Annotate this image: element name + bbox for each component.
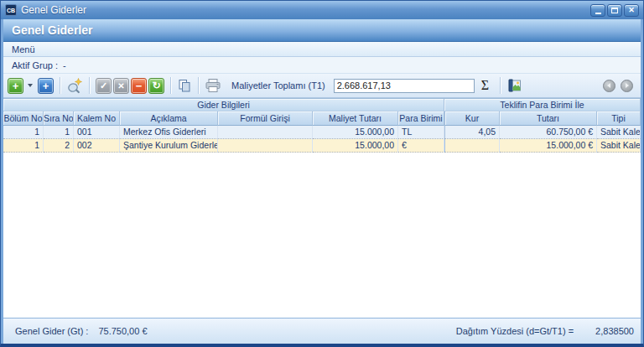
toolbar-separator [60, 77, 60, 94]
minus-icon: − [136, 79, 143, 93]
distribution-percent-value: 2,838500 [595, 326, 634, 336]
nav-buttons [603, 80, 636, 92]
grid-cell[interactable]: 1 [44, 126, 74, 139]
search-icon [66, 77, 83, 94]
grid-cell[interactable]: 1 [3, 126, 44, 139]
column-header-kalem-no[interactable]: Kalem No [74, 111, 120, 126]
plus-icon: + [13, 79, 19, 93]
active-group-row: Aktif Grup : - [3, 57, 641, 74]
column-header-bolum-no[interactable]: Bölüm No [3, 111, 44, 126]
grid-cell[interactable]: 001 [74, 126, 120, 139]
grid-cell[interactable]: 4,05 [444, 126, 500, 139]
confirm-button[interactable]: ✓ [96, 78, 112, 94]
column-header-formul-girisi[interactable]: Formül Girişi [218, 111, 313, 126]
export-icon [506, 78, 522, 93]
band-header-teklifin-para-birimi[interactable]: Teklifin Para Birimi İle [444, 99, 641, 111]
toolbar-separator [500, 77, 501, 94]
check-icon: ✓ [100, 79, 107, 93]
grid-cell[interactable]: 002 [74, 139, 120, 153]
close-button[interactable]: ✕ [624, 4, 639, 17]
window-controls: ✕ [590, 4, 639, 17]
export-button[interactable] [506, 78, 522, 93]
column-header-aciklama[interactable]: Açıklama [120, 111, 218, 126]
app-window: CB Genel Giderler ✕ Genel Giderler Menü … [0, 0, 644, 347]
find-button[interactable] [66, 77, 83, 94]
grid-cell[interactable]: 15.000,00 [313, 126, 398, 139]
window-title: Genel Giderler [21, 4, 86, 16]
menu-bar: Menü [3, 42, 641, 57]
grid-cell[interactable]: Sabit Kalem [597, 139, 641, 153]
grid-cell[interactable]: Sabit Kalem [597, 126, 641, 139]
column-header-sira-no[interactable]: Sıra No [44, 111, 74, 126]
grid-empty-area [3, 153, 641, 318]
active-group-value: - [63, 60, 66, 70]
total-label: Maliyetler Toplamı (T1) [231, 80, 325, 91]
arrow-left-icon [607, 83, 610, 88]
grid-cell[interactable]: 1 [3, 139, 44, 153]
copy-button[interactable] [177, 78, 192, 93]
distribution-percent-label: Dağıtım Yüzdesi (d=Gt/T1) = [456, 326, 574, 336]
grid-cell[interactable]: 15.000,00 € [500, 139, 597, 153]
grid-cell[interactable] [218, 139, 313, 153]
grid-cell[interactable]: 60.750,00 € [500, 126, 597, 139]
refresh-button[interactable]: ↻ [148, 78, 164, 94]
print-button[interactable] [205, 78, 221, 94]
table-row[interactable]: 1 1 001 Merkez Ofis Giderleri 15.000,00 … [3, 126, 641, 139]
sigma-icon: Σ [481, 78, 489, 92]
cancel-button[interactable]: ✕ [113, 78, 129, 94]
add-button[interactable]: + [8, 78, 23, 94]
delete-button[interactable]: − [131, 78, 147, 94]
printer-icon [205, 78, 221, 94]
status-bar: Genel Gider (Gt) : 75.750,00 € Dağıtım Y… [3, 318, 641, 344]
copy-icon [177, 78, 192, 93]
total-expense-label: Genel Gider (Gt) : [15, 326, 88, 336]
nav-forward-button[interactable] [621, 80, 633, 92]
column-header-para-birimi[interactable]: Para Birimi [398, 111, 444, 126]
column-header-maliyet-tutari[interactable]: Maliyet Tutarı [313, 111, 398, 126]
grid-cell[interactable]: TL [398, 126, 444, 139]
toolbar: + + ✓ ✕ − ↻ [3, 74, 641, 98]
arrow-right-icon [626, 83, 629, 88]
grid-cell[interactable]: € [398, 139, 444, 153]
grid-cell[interactable]: 2 [44, 139, 74, 153]
grid-cell[interactable] [444, 139, 500, 153]
maximize-icon [611, 8, 618, 13]
add-dropdown-icon[interactable] [28, 84, 33, 87]
expenses-grid: Gider Bilgileri Teklifin Para Birimi İle… [3, 98, 641, 318]
minimize-button[interactable] [590, 4, 605, 17]
add-alt-button[interactable]: + [38, 78, 54, 94]
grid-band-headers: Gider Bilgileri Teklifin Para Birimi İle [3, 99, 641, 111]
toolbar-separator [170, 77, 171, 94]
plus-icon: + [43, 79, 49, 93]
menu-item-menu[interactable]: Menü [12, 44, 35, 54]
grid-cell[interactable] [218, 126, 313, 139]
grid-cell[interactable]: 15.000,00 [313, 139, 398, 153]
grid-cell[interactable]: Merkez Ofis Giderleri [120, 126, 218, 139]
table-row-selected[interactable]: 1 2 002 Şantiye Kurulum Giderleri 15.000… [3, 139, 641, 153]
toolbar-separator [198, 77, 199, 94]
minimize-icon [595, 13, 601, 14]
active-group-label: Aktif Grup : [12, 60, 58, 70]
x-icon: ✕ [117, 79, 124, 93]
column-header-tutari[interactable]: Tutarı [500, 111, 597, 126]
band-header-gider-bilgileri[interactable]: Gider Bilgileri [3, 99, 444, 111]
nav-back-button[interactable] [603, 80, 615, 92]
total-expense-value: 75.750,00 € [98, 326, 147, 336]
close-icon: ✕ [628, 7, 635, 14]
page-title: Genel Giderler [3, 19, 641, 42]
grid-cell[interactable]: Şantiye Kurulum Giderleri [120, 139, 218, 153]
maximize-button[interactable] [607, 4, 622, 17]
toolbar-separator [89, 77, 90, 94]
column-header-kur[interactable]: Kur [444, 111, 500, 126]
app-icon: CB [5, 4, 17, 16]
grid-column-headers: Bölüm No Sıra No Kalem No Açıklama Formü… [3, 111, 641, 126]
window-titlebar[interactable]: CB Genel Giderler ✕ [1, 1, 643, 19]
column-header-tipi[interactable]: Tipi [597, 111, 641, 126]
total-input[interactable] [334, 79, 475, 93]
refresh-icon: ↻ [152, 79, 160, 93]
sum-button[interactable]: Σ [481, 79, 489, 92]
